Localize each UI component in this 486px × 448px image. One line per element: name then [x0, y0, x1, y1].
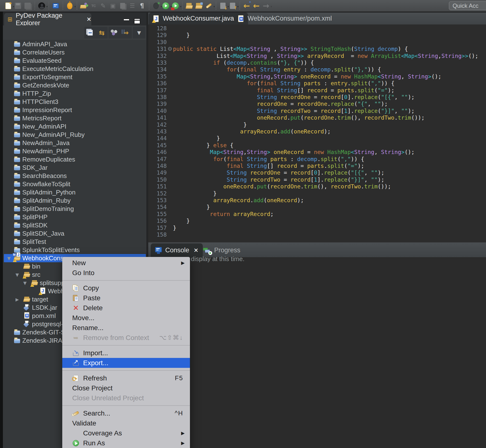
- package-button[interactable]: ▣: [109, 1, 117, 10]
- tc-server-button[interactable]: TC: [89, 1, 98, 10]
- explorer-header: ⊞ PyDev Package Explorer ✕: [3, 13, 146, 25]
- menu-item-go-into[interactable]: Go Into: [62, 268, 190, 278]
- dropdown-arrow-icon[interactable]: ▾: [74, 5, 76, 8]
- forward-button[interactable]: →▾: [262, 1, 270, 10]
- tree-item-splitdemotraining[interactable]: SplitDemoTraining: [3, 205, 146, 213]
- last-edit-location-button[interactable]: ←: [242, 1, 251, 10]
- back-button[interactable]: ←: [252, 1, 261, 10]
- expand-arrow-icon[interactable]: ▶: [16, 297, 19, 302]
- menu-item-new[interactable]: New▶: [62, 258, 190, 268]
- code-line-138: 138 String recordOne = record[0].replace…: [148, 94, 486, 101]
- menu-item-move[interactable]: Move...: [62, 313, 190, 323]
- dropdown-arrow-icon[interactable]: ▾: [180, 5, 181, 8]
- save-all-button[interactable]: [23, 1, 32, 10]
- save-button[interactable]: [14, 1, 22, 10]
- dropdown-arrow-icon[interactable]: ▾: [237, 5, 239, 8]
- tree-item-splitadmin-python[interactable]: SplitAdmin_Python: [3, 188, 146, 196]
- tree-item-httpclient3[interactable]: HTTPClient3: [3, 98, 146, 106]
- tree-item-searchbeacons[interactable]: SearchBeacons: [3, 172, 146, 180]
- tree-item-removeduplicates[interactable]: RemoveDuplicates: [3, 155, 146, 163]
- collapse-arrow-icon[interactable]: ▼: [7, 256, 11, 261]
- code-text: for(final String parts : entry.split(","…: [173, 80, 394, 87]
- code-line-132: 132 List<Map<String , String>> arrayReco…: [148, 53, 486, 59]
- menu-item-rename[interactable]: Rename...: [62, 323, 190, 333]
- tree-item-impressionreport[interactable]: ImpressionReport: [3, 106, 146, 114]
- tab-pom-xml[interactable]: M WebhookConsumer/pom.xml: [234, 13, 332, 24]
- open-resource-button[interactable]: [195, 1, 203, 10]
- tree-item-new-adminapi-ruby[interactable]: New_AdminAPI_Ruby: [3, 130, 146, 139]
- tree-item-splitsdk[interactable]: SplitSDK: [3, 221, 146, 229]
- menu-item-copy[interactable]: Copy: [62, 283, 190, 293]
- debug-folder-button[interactable]: [80, 1, 88, 10]
- maximize-view-button[interactable]: [134, 18, 140, 24]
- next-annotation-button[interactable]: ▾: [219, 1, 227, 10]
- tree-item-adminapi-java[interactable]: AdminAPI_Java: [3, 40, 146, 48]
- minimize-view-button[interactable]: [123, 19, 129, 21]
- collapse-arrow-icon[interactable]: ▼: [16, 272, 19, 277]
- line-number: 139: [148, 101, 168, 107]
- tree-item-splitsdk-java[interactable]: SplitSDK_Java: [3, 229, 146, 238]
- fold-marker[interactable]: [168, 46, 173, 52]
- menu-item-run-as[interactable]: Run As▶: [62, 438, 190, 448]
- link-with-editor-icon: ⇆: [99, 29, 105, 37]
- tab-pydev-package-explorer[interactable]: ⊞ PyDev Package Explorer ✕: [4, 13, 91, 25]
- compare-button[interactable]: [118, 1, 127, 10]
- outline-button[interactable]: ☰: [128, 1, 137, 10]
- edit-pen-button[interactable]: ✎: [99, 1, 108, 10]
- collapse-all-button[interactable]: [85, 28, 95, 38]
- tree-item-splunktosplitevents[interactable]: SplunkToSplitEvents: [3, 246, 146, 254]
- tree-item-splittest[interactable]: SplitTest: [3, 238, 146, 246]
- menu-item-refresh[interactable]: ⟳RefreshF5: [62, 373, 190, 383]
- tree-item-getzendeskvote[interactable]: GetZendeskVote: [3, 81, 146, 89]
- menu-item-validate[interactable]: Validate: [62, 418, 190, 428]
- closed-folder-icon: [14, 147, 21, 154]
- tree-item-splitadmin-ruby[interactable]: SplitAdmin_Ruby: [3, 196, 146, 205]
- tree-item-http-zip[interactable]: HTTP_Zip: [3, 89, 146, 98]
- tree-item-snowflaketosplit[interactable]: SnowflakeToSplit: [3, 180, 146, 188]
- menu-item-paste[interactable]: Paste: [62, 293, 190, 303]
- dropdown-arrow-icon[interactable]: ▾: [213, 5, 215, 8]
- tree-item-newadmin-php[interactable]: NewAdmin_PHP: [3, 147, 146, 155]
- menu-item-search[interactable]: Search...^H: [62, 408, 190, 418]
- tree-item-executemetriccalculation[interactable]: ExecuteMetricCalculation: [3, 65, 146, 73]
- bug-report-button[interactable]: ▾: [65, 1, 74, 10]
- dropdown-arrow-icon[interactable]: ▾: [271, 5, 272, 8]
- prev-annotation-button[interactable]: ▾: [228, 1, 237, 10]
- collapse-arrow-icon[interactable]: ▼: [23, 280, 27, 286]
- tree-item-sdk-jar[interactable]: SDK_Jar: [3, 163, 146, 172]
- tab-webhookconsumer-java[interactable]: J WebhookConsumer.java ✕: [149, 13, 248, 24]
- link-with-editor-button[interactable]: ⇆: [97, 28, 107, 38]
- show-whitespace-button[interactable]: ¶: [138, 1, 146, 10]
- run-error-button[interactable]: ▾: [171, 1, 180, 10]
- user-profile-button[interactable]: ▾: [37, 1, 46, 10]
- tree-item-metricsreport[interactable]: MetricsReport: [3, 114, 146, 122]
- tree-item-evaluateseed[interactable]: EvaluateSeed: [3, 56, 146, 65]
- tree-item-splitphp[interactable]: SplitPHP: [3, 213, 146, 221]
- close-tab-icon[interactable]: ✕: [194, 247, 198, 254]
- menu-item-delete[interactable]: ✕Delete: [62, 303, 190, 313]
- tree-item-newadmin-java[interactable]: NewAdmin_Java: [3, 139, 146, 147]
- focus-on-active-task-button[interactable]: ⇒: [121, 28, 131, 38]
- tree-item-correlateusers[interactable]: CorrelateUsers: [3, 48, 146, 56]
- tree-item-label: RemoveDuplicates: [22, 156, 75, 163]
- close-view-icon[interactable]: ✕: [87, 16, 91, 23]
- menu-item-close-unrelated-project: Close Unrelated Project: [62, 393, 190, 403]
- open-folder-button[interactable]: [185, 1, 194, 10]
- dropdown-arrow-icon[interactable]: ▾: [46, 5, 48, 8]
- remote-console-button[interactable]: [51, 1, 60, 10]
- menu-item-export[interactable]: ↗Export...: [62, 358, 190, 368]
- view-menu-button[interactable]: ▼: [134, 28, 144, 38]
- menu-item-close-project[interactable]: Close Project: [62, 383, 190, 393]
- menu-item-coverage-as[interactable]: Coverage As▶: [62, 428, 190, 438]
- tree-item-exporttosegment[interactable]: ExportToSegment: [3, 73, 146, 81]
- highlighter-button[interactable]: ▾: [204, 1, 213, 10]
- fold-gutter: [168, 183, 173, 190]
- package-presentation-button[interactable]: [110, 28, 119, 38]
- tree-item-new-adminapi[interactable]: New_AdminAPI: [3, 122, 146, 130]
- debug-button[interactable]: ▾: [152, 1, 160, 10]
- quick-access-input[interactable]: Quick Acc: [449, 1, 486, 10]
- code-area[interactable]: 128129 }130131public static List<Map<Str…: [148, 25, 486, 242]
- new-wizard-button[interactable]: ▾: [4, 1, 13, 10]
- run-button[interactable]: ▾: [161, 1, 170, 10]
- menu-item-import[interactable]: ↘Import...: [62, 348, 190, 358]
